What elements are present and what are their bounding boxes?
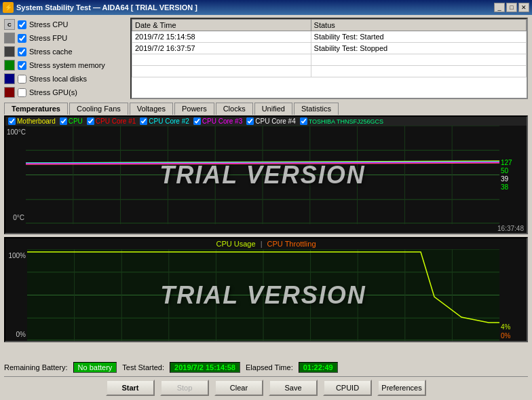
log-row-empty-1: [132, 54, 527, 66]
temp-watermark: TRIAL VERSION: [159, 161, 365, 189]
temp-y-max: 100°C: [7, 128, 24, 136]
stress-disk-item: Stress local disks: [4, 72, 126, 86]
disk-icon: [4, 73, 15, 84]
stress-disk-checkbox[interactable]: [18, 75, 26, 84]
minimize-button[interactable]: _: [494, 3, 505, 12]
main-content: C Stress CPU Stress FPU Stress cache Str…: [0, 15, 532, 400]
stress-fpu-checkbox[interactable]: [18, 34, 26, 43]
stress-cache-label: Stress cache: [29, 48, 73, 56]
legend-toshiba-label: TOSHIBA THNSFJ256GCS: [309, 118, 383, 125]
cpu-right-labels: 4% 0%: [499, 249, 527, 341]
start-button[interactable]: Start: [106, 380, 155, 396]
legend-core1-label: CPU Core #1: [96, 117, 136, 125]
legend-cpu: CPU: [60, 117, 83, 125]
cpu-usage-label: CPU Usage: [216, 240, 256, 248]
cpu-chart-body: 100% 0%: [5, 249, 527, 341]
legend-core2-label: CPU Core #2: [149, 117, 189, 125]
log-row-empty-2: [132, 66, 527, 77]
temp-legend: Motherboard CPU CPU Core #1 CPU Core #2 …: [5, 117, 527, 126]
temp-y-min: 0°C: [7, 214, 24, 221]
top-section: C Stress CPU Stress FPU Stress cache Str…: [4, 18, 528, 99]
legend-mb-label: Motherboard: [17, 117, 56, 125]
stress-mem-label: Stress system memory: [29, 61, 105, 69]
fpu-icon: [4, 33, 15, 43]
elapsed-label: Elapsed Time:: [246, 363, 293, 371]
stress-disk-label: Stress local disks: [29, 75, 87, 83]
log-status-1: Stability Test: Started: [311, 31, 526, 43]
tab-voltages[interactable]: Voltages: [130, 103, 173, 115]
legend-core4-checkbox[interactable]: [246, 117, 254, 125]
log-row-2: 2019/7/2 16:37:57 Stability Test: Stoppe…: [132, 43, 527, 54]
cpu-y-min: 0%: [7, 331, 26, 338]
charts-area: Motherboard CPU CPU Core #1 CPU Core #2 …: [4, 115, 528, 360]
temp-chart-body: 100°C 0°C: [5, 126, 527, 224]
temperature-chart: Motherboard CPU CPU Core #1 CPU Core #2 …: [4, 115, 528, 234]
button-bar: Start Stop Clear Save CPUID Preferences: [4, 376, 528, 397]
title-controls: _ □ ✕: [494, 3, 529, 12]
legend-cpu-checkbox[interactable]: [60, 117, 67, 125]
tab-powers[interactable]: Powers: [174, 103, 214, 115]
save-button[interactable]: Save: [269, 380, 318, 396]
status-bar: Remaining Battery: No battery Test Start…: [4, 360, 528, 375]
cpu-y-axis: 100% 0%: [5, 249, 27, 341]
log-datetime-1: 2019/7/2 15:14:58: [132, 31, 311, 43]
label-divider: |: [261, 240, 265, 248]
temp-chart-svg-area: TRIAL VERSION: [26, 126, 499, 224]
stress-cpu-label: Stress CPU: [29, 20, 68, 29]
legend-core3-label: CPU Core #3: [202, 117, 242, 125]
mem-icon: [4, 60, 15, 71]
test-started-value: 2019/7/2 15:14:58: [170, 362, 240, 373]
tab-statistics[interactable]: Statistics: [294, 103, 339, 115]
legend-core2-checkbox[interactable]: [140, 117, 147, 125]
tab-unified[interactable]: Unified: [254, 103, 292, 115]
temp-val-127: 127: [501, 159, 525, 166]
legend-core1-checkbox[interactable]: [87, 117, 94, 125]
maximize-button[interactable]: □: [506, 3, 517, 12]
col-status: Status: [311, 20, 526, 31]
legend-core1: CPU Core #1: [87, 117, 136, 125]
legend-core3-checkbox[interactable]: [193, 117, 201, 125]
stress-cache-checkbox[interactable]: [18, 48, 26, 56]
stress-fpu-item: Stress FPU: [4, 31, 126, 45]
stress-gpu-checkbox[interactable]: [18, 88, 26, 97]
legend-toshiba-checkbox[interactable]: [300, 117, 307, 125]
temp-timestamp: 16:37:48: [5, 224, 527, 233]
cpu-y-max: 100%: [7, 252, 26, 259]
test-started-label: Test Started:: [122, 363, 164, 371]
cpu-chart-svg-area: TRIAL VERSION: [27, 249, 499, 341]
cpu-throttling-label: CPU Throttling: [267, 240, 316, 248]
stress-cpu-checkbox[interactable]: [18, 20, 26, 29]
stop-button[interactable]: Stop: [160, 380, 209, 396]
clear-button[interactable]: Clear: [214, 380, 263, 396]
cpu-val-0: 0%: [501, 332, 525, 340]
battery-value: No battery: [73, 362, 117, 373]
window-title: System Stability Test — AIDA64 [ TRIAL V…: [16, 3, 197, 12]
legend-cpu-label: CPU: [69, 117, 83, 125]
tab-bar: Temperatures Cooling Fans Voltages Power…: [4, 102, 528, 114]
legend-toshiba: TOSHIBA THNSFJ256GCS: [300, 117, 383, 125]
close-button[interactable]: ✕: [518, 3, 529, 12]
stress-fpu-label: Stress FPU: [29, 34, 67, 42]
title-bar: ⚡ System Stability Test — AIDA64 [ TRIAL…: [0, 0, 532, 15]
stress-cpu-item: C Stress CPU: [4, 18, 126, 31]
legend-motherboard: Motherboard: [8, 117, 56, 125]
title-text: ⚡ System Stability Test — AIDA64 [ TRIAL…: [3, 2, 197, 13]
cpuid-button[interactable]: CPUID: [323, 380, 372, 396]
cpu-icon: C: [4, 19, 15, 30]
tabs-container: Temperatures Cooling Fans Voltages Power…: [4, 102, 528, 114]
gpu-icon: [4, 87, 15, 98]
col-datetime: Date & Time: [132, 20, 311, 31]
tab-temperatures[interactable]: Temperatures: [4, 103, 68, 115]
legend-core3: CPU Core #3: [193, 117, 242, 125]
temp-y-axis: 100°C 0°C: [5, 126, 26, 224]
log-datetime-2: 2019/7/2 16:37:57: [132, 43, 311, 54]
stress-mem-checkbox[interactable]: [18, 61, 26, 70]
tab-clocks[interactable]: Clocks: [216, 103, 253, 115]
legend-mb-checkbox[interactable]: [8, 117, 16, 125]
preferences-button[interactable]: Preferences: [377, 380, 426, 396]
cpu-watermark: TRIAL VERSION: [160, 281, 366, 310]
tab-cooling-fans[interactable]: Cooling Fans: [69, 103, 128, 115]
legend-core4: CPU Core #4: [246, 117, 295, 125]
cpu-chart-labels: CPU Usage | CPU Throttling: [5, 238, 527, 249]
battery-label: Remaining Battery:: [4, 363, 68, 371]
